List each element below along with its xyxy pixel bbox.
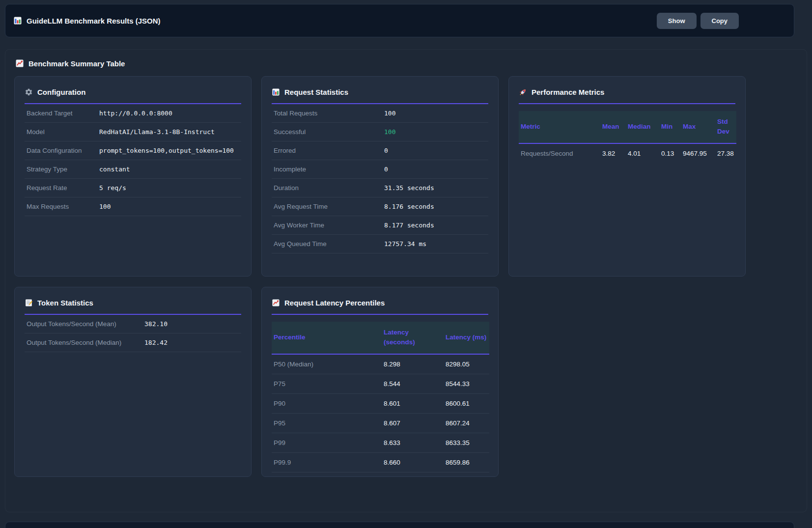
stat-label: Total Requests — [274, 110, 384, 117]
config-value: http://0.0.0.0:8000 — [99, 110, 172, 117]
latency-header-cell: Latency (ms) — [444, 322, 489, 354]
latency-row: P75 8.544 8544.33 — [272, 374, 489, 393]
token-row: Output Tokens/Second (Median) 182.42 — [25, 333, 241, 352]
config-value: 100 — [99, 203, 111, 210]
stat-value: 0 — [384, 147, 388, 154]
latency-seconds: 8.601 — [382, 393, 444, 413]
latency-percentiles-table: Percentile Latency (seconds) Latency (ms… — [272, 322, 489, 472]
percentile-name: P90 — [272, 393, 382, 413]
percentile-name: P99.9 — [272, 452, 382, 472]
stat-row: Total Requests 100 — [272, 104, 488, 123]
bar-chart-icon — [13, 16, 22, 25]
perf-header-cell: Median — [626, 111, 659, 143]
perf-median: 4.01 — [626, 143, 659, 163]
stat-value: 100 — [384, 110, 395, 117]
latency-row: P90 8.601 8600.61 — [272, 393, 489, 413]
perf-stddev: 27.38 — [715, 143, 736, 163]
memo-icon — [25, 299, 33, 307]
copy-button[interactable]: Copy — [700, 13, 739, 29]
latency-ms: 8544.33 — [444, 374, 489, 393]
rocket-icon — [519, 88, 527, 96]
gear-icon — [25, 88, 33, 96]
summary-cards-grid: Configuration Backend Target http://0.0.… — [14, 76, 746, 477]
stat-value-success: 100 — [384, 128, 395, 136]
page-title-group: GuideLLM Benchmark Results (JSON) — [13, 16, 161, 25]
latency-ms: 8298.05 — [444, 354, 489, 374]
latency-row: P50 (Median) 8.298 8298.05 — [272, 354, 489, 374]
stat-label: Avg Queued Time — [274, 240, 384, 248]
latency-row: P99 8.633 8633.35 — [272, 433, 489, 452]
stat-value: 31.35 seconds — [384, 184, 434, 192]
token-statistics-card: Token Statistics Output Tokens/Second (M… — [14, 287, 252, 477]
perf-header-row: Metric Mean Median Min Max Std Dev — [519, 111, 736, 143]
perf-metric-name: Requests/Second — [519, 143, 600, 163]
latency-seconds: 8.607 — [382, 413, 444, 433]
performance-metrics-card: Performance Metrics Metric Mean Median M… — [508, 76, 746, 277]
stat-row: Duration 31.35 seconds — [272, 179, 488, 197]
latency-header-row: Percentile Latency (seconds) Latency (ms… — [272, 322, 489, 354]
card-title: Request Statistics — [284, 88, 348, 96]
config-label: Request Rate — [27, 184, 99, 192]
stat-row: Avg Queued Time 12757.34 ms — [272, 235, 488, 253]
next-panel-top-edge — [5, 522, 794, 528]
latency-seconds: 8.633 — [382, 433, 444, 452]
latency-row: P95 8.607 8607.24 — [272, 413, 489, 433]
config-value: constant — [99, 166, 130, 173]
percentile-name: P75 — [272, 374, 382, 393]
show-button[interactable]: Show — [657, 13, 697, 29]
config-label: Backend Target — [27, 110, 99, 117]
stat-label: Successful — [274, 128, 384, 136]
stat-label: Duration — [274, 184, 384, 192]
config-label: Strategy Type — [27, 166, 99, 173]
configuration-card-title: Configuration — [25, 84, 241, 104]
card-title: Token Statistics — [37, 299, 93, 307]
token-value: 382.10 — [144, 320, 168, 328]
page-title: GuideLLM Benchmark Results (JSON) — [27, 17, 161, 25]
config-value: 5 req/s — [99, 184, 126, 192]
latency-ms: 8607.24 — [444, 413, 489, 433]
latency-ms: 8633.35 — [444, 433, 489, 452]
section-title: Benchmark Summary Table — [28, 59, 125, 68]
config-label: Model — [27, 128, 99, 136]
stat-value: 8.176 seconds — [384, 203, 434, 210]
results-header-bar: GuideLLM Benchmark Results (JSON) Show C… — [5, 4, 794, 37]
stat-row: Incomplete 0 — [272, 160, 488, 179]
latency-row: P99.9 8.660 8659.86 — [272, 452, 489, 472]
latency-percentiles-card-title: Request Latency Percentiles — [272, 295, 488, 315]
request-statistics-card: Request Statistics Total Requests 100 Su… — [261, 76, 499, 277]
stat-label: Avg Request Time — [274, 203, 384, 210]
perf-mean: 3.82 — [600, 143, 626, 163]
config-value: prompt_tokens=100,output_tokens=100 — [99, 147, 234, 154]
config-row: Max Requests 100 — [25, 197, 241, 216]
stat-value: 12757.34 ms — [384, 240, 426, 248]
perf-header-cell: Min — [659, 111, 681, 143]
latency-seconds: 8.298 — [382, 354, 444, 374]
config-row: Model RedHatAI/Llama-3.1-8B-Instruct — [25, 123, 241, 141]
config-value: RedHatAI/Llama-3.1-8B-Instruct — [99, 128, 215, 136]
card-title: Request Latency Percentiles — [284, 299, 385, 307]
token-label: Output Tokens/Second (Median) — [27, 339, 144, 346]
token-row: Output Tokens/Second (Mean) 382.10 — [25, 315, 241, 333]
latency-ms: 8600.61 — [444, 393, 489, 413]
stat-row: Successful 100 — [272, 123, 488, 141]
stat-label: Incomplete — [274, 166, 384, 173]
perf-data-row: Requests/Second 3.82 4.01 0.13 9467.95 2… — [519, 143, 736, 163]
card-title: Configuration — [37, 88, 85, 96]
stat-label: Errored — [274, 147, 384, 154]
config-row: Data Configuration prompt_tokens=100,out… — [25, 141, 241, 160]
perf-max: 9467.95 — [681, 143, 715, 163]
stat-value: 8.177 seconds — [384, 222, 434, 229]
header-actions: Show Copy — [657, 13, 739, 29]
configuration-card: Configuration Backend Target http://0.0.… — [14, 76, 252, 277]
config-row: Request Rate 5 req/s — [25, 179, 241, 197]
latency-seconds: 8.660 — [382, 452, 444, 472]
perf-header-cell: Metric — [519, 111, 600, 143]
section-title-group: Benchmark Summary Table — [5, 50, 807, 68]
percentile-name: P50 (Median) — [272, 354, 382, 374]
benchmark-summary-section: Benchmark Summary Table Configuration Ba… — [5, 49, 807, 512]
perf-header-cell: Std Dev — [715, 111, 736, 143]
stat-label: Avg Worker Time — [274, 222, 384, 229]
token-value: 182.42 — [144, 339, 168, 346]
perf-header-cell: Max — [681, 111, 715, 143]
config-label: Data Configuration — [27, 147, 99, 154]
